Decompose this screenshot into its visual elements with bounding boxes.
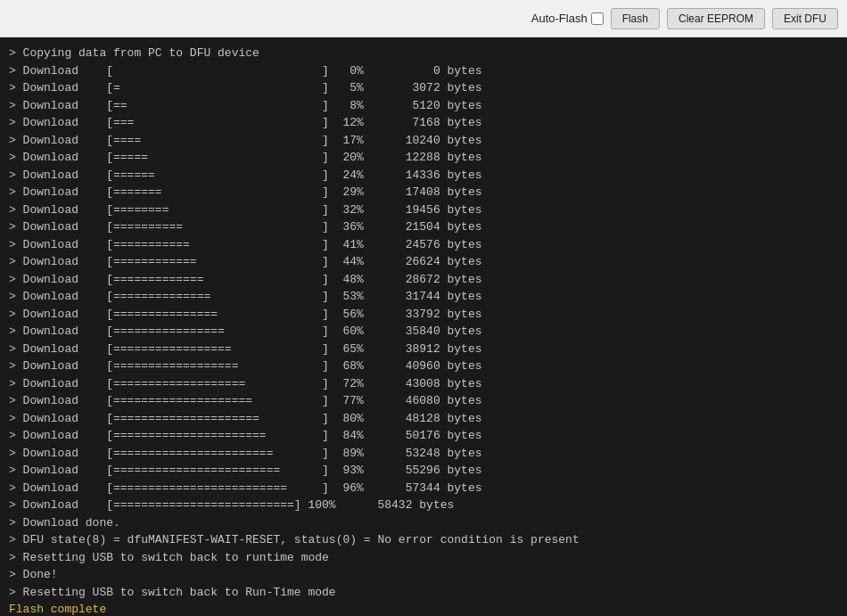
terminal-line: > Download [============= ] 48% 28672 by…	[9, 271, 838, 289]
terminal-line: > Download [================== ] 68% 409…	[9, 357, 838, 375]
terminal-line: > Done!	[9, 566, 838, 584]
terminal-line: > Download [===== ] 20% 12288 bytes	[9, 149, 838, 167]
exit-dfu-button[interactable]: Exit DFU	[772, 8, 838, 29]
terminal-line: > Download [============ ] 44% 26624 byt…	[9, 253, 838, 271]
terminal-line: > Download [======= ] 29% 17408 bytes	[9, 184, 838, 201]
terminal-line: > Download [== ] 8% 5120 bytes	[9, 97, 838, 115]
terminal-line: > Download [=== ] 12% 7168 bytes	[9, 114, 838, 132]
auto-flash-checkbox[interactable]	[591, 12, 604, 25]
terminal-line: > Resetting USB to switch back to Run-Ti…	[9, 584, 838, 602]
terminal-line: > Download [======================= ] 89…	[9, 445, 838, 463]
terminal-line: > Resetting USB to switch back to runtim…	[9, 549, 838, 567]
flash-button[interactable]: Flash	[611, 8, 660, 29]
app-container: Auto-Flash Flash Clear EEPROM Exit DFU >…	[0, 0, 847, 616]
terminal-output: > Copying data from PC to DFU device> Do…	[0, 37, 847, 616]
terminal-line: > Download [========================= ] …	[9, 480, 838, 497]
terminal-line: > Download done.	[9, 514, 838, 532]
terminal-line: > Download [==================== ] 77% 4…	[9, 392, 838, 410]
terminal-line: > Download [============== ] 53% 31744 b…	[9, 288, 838, 306]
terminal-line: Flash complete	[9, 601, 838, 616]
terminal-line: > Download [====== ] 24% 14336 bytes	[9, 167, 838, 185]
clear-eeprom-button[interactable]: Clear EEPROM	[667, 8, 765, 29]
terminal-line: > Download [================ ] 60% 35840…	[9, 323, 838, 341]
terminal-line: > DFU state(8) = dfuMANIFEST-WAIT-RESET,…	[9, 531, 838, 549]
terminal-line: > Download [=========== ] 41% 24576 byte…	[9, 236, 838, 254]
terminal-line: > Download [====================== ] 84%…	[9, 427, 838, 445]
auto-flash-wrapper: Auto-Flash	[531, 12, 604, 25]
terminal-line: > Download [=================== ] 72% 43…	[9, 375, 838, 393]
terminal-line: > Download [======================== ] 9…	[9, 462, 838, 480]
terminal-line: > Download [==== ] 17% 10240 bytes	[9, 132, 838, 150]
toolbar: Auto-Flash Flash Clear EEPROM Exit DFU	[0, 0, 847, 37]
terminal-line: > Copying data from PC to DFU device	[9, 45, 838, 62]
auto-flash-label: Auto-Flash	[531, 12, 588, 25]
terminal-line: > Download [======== ] 32% 19456 bytes	[9, 201, 838, 219]
terminal-line: > Download [===================== ] 80% …	[9, 410, 838, 428]
terminal-line: > Download [=============== ] 56% 33792 …	[9, 306, 838, 324]
terminal-line: > Download [ ] 0% 0 bytes	[9, 62, 838, 80]
terminal-line: > Download [================= ] 65% 3891…	[9, 341, 838, 358]
terminal-line: > Download [==========================] …	[9, 497, 838, 514]
terminal-line: > Download [========== ] 36% 21504 bytes	[9, 218, 838, 236]
terminal-line: > Download [= ] 5% 3072 bytes	[9, 79, 838, 97]
